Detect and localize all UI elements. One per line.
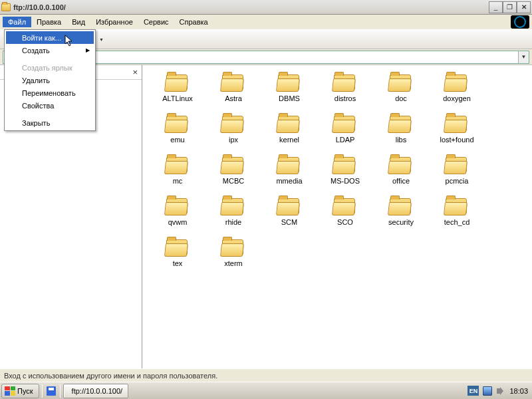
menu-item[interactable]: Свойства — [6, 99, 94, 112]
folder-icon — [221, 238, 246, 258]
folder-icon — [332, 73, 358, 93]
windows-logo-icon — [5, 386, 15, 396]
menu-item[interactable]: Закрыть — [6, 116, 94, 129]
folder-item[interactable]: mc — [156, 156, 200, 185]
folder-label: emu — [170, 136, 184, 144]
folder-label: lost+found — [440, 136, 473, 144]
window-folder-icon — [1, 3, 11, 11]
folder-label: SCM — [281, 218, 297, 226]
maximize-button[interactable]: ❐ — [503, 1, 517, 13]
folder-item[interactable]: LDAP — [323, 114, 367, 144]
folder-item[interactable]: lost+found — [435, 114, 479, 144]
titlebar: ftp://10.0.0.100/ _ ❐ ✕ — [0, 0, 532, 15]
folder-item[interactable]: xterm — [211, 238, 255, 267]
folder-item[interactable]: kernel — [267, 114, 311, 144]
folder-item[interactable]: mmedia — [267, 156, 311, 185]
menu-item[interactable]: Удалить — [6, 74, 94, 86]
views-dropdown[interactable]: ▼ — [99, 37, 104, 42]
folder-item[interactable]: pcmcia — [435, 156, 479, 185]
folder-label: tex — [173, 259, 183, 267]
folder-label: LDAP — [336, 136, 355, 144]
display-tray-icon[interactable] — [483, 386, 492, 396]
volume-tray-icon[interactable] — [496, 386, 505, 396]
quicklaunch-separator — [60, 384, 61, 398]
file-pane[interactable]: ALTLinuxAstraDBMSdistrosdocdoxygenemuipx… — [142, 65, 532, 368]
clock[interactable]: 18:03 — [509, 387, 528, 395]
menu-file[interactable]: Файл — [3, 17, 31, 27]
folder-item[interactable]: rhide — [211, 197, 255, 226]
folder-item[interactable]: doxygen — [435, 73, 479, 102]
folder-icon — [388, 114, 414, 134]
close-button[interactable]: ✕ — [517, 1, 531, 13]
language-indicator[interactable]: EN — [467, 386, 479, 396]
folder-label: SCO — [337, 218, 353, 226]
folder-item[interactable]: distros — [323, 73, 367, 102]
taskbar-task-button[interactable]: ftp://10.0.0.100/ — [63, 384, 128, 398]
folder-item[interactable]: ALTLinux — [156, 73, 200, 102]
folder-icon — [221, 73, 246, 93]
taskbar: Пуск ftp://10.0.0.100/ EN 18:03 — [0, 382, 532, 399]
folder-icon — [444, 114, 469, 134]
folder-icon — [332, 114, 358, 134]
folder-icon — [277, 114, 302, 134]
throbber-icon — [511, 15, 529, 29]
folder-item[interactable]: tex — [156, 238, 200, 267]
start-button[interactable]: Пуск — [1, 384, 39, 398]
menubar: Файл Правка Вид Избранное Сервис Справка — [0, 15, 532, 29]
folder-label: MS-DOS — [331, 177, 360, 185]
menu-tools[interactable]: Сервис — [138, 17, 174, 27]
menu-edit[interactable]: Правка — [31, 17, 66, 27]
menu-item[interactable]: Войти как... — [6, 31, 94, 44]
folder-label: rhide — [225, 218, 241, 226]
submenu-arrow-icon: ▶ — [86, 47, 90, 53]
folder-icon — [221, 156, 246, 176]
folder-icon — [277, 197, 302, 217]
folder-item[interactable]: office — [379, 156, 423, 185]
folder-item[interactable]: MCBC — [211, 156, 255, 185]
mouse-cursor-icon — [65, 35, 75, 48]
folder-item[interactable]: libs — [379, 114, 423, 144]
folder-item[interactable]: qvwm — [156, 197, 200, 226]
folder-icon — [444, 156, 469, 176]
folder-label: MCBC — [223, 177, 244, 185]
menu-view[interactable]: Вид — [66, 17, 90, 27]
folder-item[interactable]: tech_cd — [435, 197, 479, 226]
folder-label: kernel — [279, 136, 299, 144]
folder-icon — [221, 197, 246, 217]
folder-icon — [444, 197, 469, 217]
quicklaunch-save-icon[interactable] — [45, 385, 57, 397]
folder-item[interactable]: emu — [156, 114, 200, 144]
window-controls: _ ❐ ✕ — [489, 1, 531, 13]
menu-help[interactable]: Справка — [174, 17, 213, 27]
minimize-button[interactable]: _ — [489, 1, 503, 13]
folder-label: libs — [396, 136, 407, 144]
folder-item[interactable]: security — [379, 197, 423, 226]
folder-label: office — [392, 177, 410, 185]
folder-item[interactable]: doc — [379, 73, 423, 102]
folder-item[interactable]: ipx — [211, 114, 255, 144]
window-title: ftp://10.0.0.100/ — [13, 3, 489, 11]
statusbar: Вход с использованием другого имени и па… — [0, 368, 532, 382]
sidebar-close-button[interactable]: × — [132, 67, 138, 77]
folder-item[interactable]: DBMS — [267, 73, 311, 102]
address-dropdown[interactable]: ▼ — [518, 51, 529, 63]
folder-icon — [165, 114, 190, 134]
folder-label: DBMS — [279, 94, 300, 102]
menu-item[interactable]: Создать▶ — [6, 44, 94, 57]
folder-item[interactable]: MS-DOS — [323, 156, 367, 185]
folder-label: tech_cd — [444, 218, 470, 226]
folder-item[interactable]: SCO — [323, 197, 367, 226]
folder-icon — [165, 73, 190, 93]
folder-item[interactable]: SCM — [267, 197, 311, 226]
folder-icon — [277, 73, 302, 93]
start-label: Пуск — [17, 387, 33, 395]
file-dropdown-menu: Войти как...Создать▶Создать ярлыкУдалить… — [4, 29, 96, 131]
menu-item[interactable]: Переименовать — [6, 86, 94, 99]
menu-favorites[interactable]: Избранное — [90, 17, 138, 27]
folder-label: Astra — [225, 94, 242, 102]
folder-icon — [332, 156, 358, 176]
folder-icon — [277, 156, 302, 176]
folder-label: ipx — [229, 136, 238, 144]
folder-label: ALTLinux — [162, 94, 193, 102]
folder-item[interactable]: Astra — [211, 73, 255, 102]
